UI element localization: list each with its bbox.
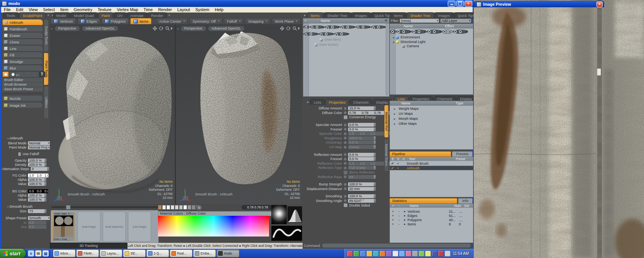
paint-tool-button[interactable]: Smudge (2, 58, 43, 64)
pipeline-tool-row[interactable]: ✔ • Smooth Brush (390, 161, 473, 166)
expander-icon[interactable]: ► (392, 35, 396, 40)
taskbar-clock[interactable]: 11:54 AM (451, 251, 472, 256)
menu-item[interactable]: View (26, 7, 41, 12)
expander-icon[interactable]: ► (393, 116, 396, 121)
blend-mode-dropdown[interactable]: Normal▾ (28, 141, 50, 145)
scene-item-row[interactable]: Texture: Image: head_bake_final_02d (5) (303, 32, 319, 36)
text-brush-button[interactable]: T (39, 71, 45, 77)
preview-scrollbar-thumb[interactable] (597, 68, 601, 76)
property-input[interactable]: 89.5247 °▾ (348, 199, 376, 203)
field-input[interactable]: 100.0 % (28, 194, 46, 197)
property-row[interactable]: Reflection Amount 0.0 %▾ 0.0 % (304, 152, 383, 157)
tab-overflow-arrow-icon[interactable]: ▶ (303, 12, 307, 18)
selection-mode-button[interactable]: Items (130, 18, 151, 25)
expander-icon[interactable]: ► (393, 121, 396, 126)
smooth-brush-section-header[interactable]: Smooth Brush (2, 204, 49, 208)
eye-icon[interactable] (397, 30, 401, 33)
panel-tab[interactable]: Images (435, 12, 453, 18)
panel-tab[interactable]: Lists (310, 99, 325, 105)
eye-icon[interactable] (341, 26, 345, 29)
brush-tip-preset-button[interactable] (31, 71, 38, 77)
color-swatch[interactable] (158, 205, 162, 210)
add-selection-button[interactable]: + (390, 214, 396, 218)
color-value-readout[interactable]: 0.78 0.78 0.78 (242, 205, 274, 210)
image-thumbnail[interactable]: (new image) (128, 212, 151, 241)
color-swatch[interactable] (175, 205, 179, 210)
menu-item[interactable]: Layout (174, 7, 192, 12)
tray-icon[interactable] (399, 251, 405, 256)
taskbar-window-button[interactable]: 3\E... (123, 250, 146, 257)
expander-icon[interactable]: ► (402, 210, 407, 213)
shader-layer-row[interactable]: ▼ Render (390, 30, 396, 34)
eye-icon[interactable] (304, 26, 308, 29)
panel-tab[interactable]: Display (373, 99, 391, 105)
eye-icon[interactable] (325, 26, 329, 29)
viewport-shading-button[interactable]: Advanced OpenGL (208, 26, 245, 31)
selection-mode-button[interactable]: Polygons (102, 18, 129, 25)
property-row[interactable]: Diffuse Amount 15.0 %▾ 15.0 % (304, 106, 383, 111)
eye-icon[interactable] (335, 33, 338, 36)
eye-icon[interactable] (391, 30, 394, 33)
vertex-map-row[interactable]: ► UV Maps (390, 111, 473, 116)
color-swatch[interactable] (171, 205, 174, 210)
property-input[interactable]: 0.0 %▾ (348, 157, 376, 161)
remove-selection-button[interactable]: - (396, 222, 402, 226)
statistics-tab[interactable]: Statistics (389, 198, 457, 204)
size-input[interactable]: 73 (28, 209, 46, 213)
filter-dropdown[interactable]: (none)▾ (400, 19, 439, 23)
brush-tip-preset-button[interactable] (17, 71, 23, 77)
property-row[interactable]: ▾ (304, 191, 383, 194)
remove-selection-button[interactable]: - (396, 218, 402, 222)
menu-item[interactable]: System (193, 7, 212, 12)
tray-icon[interactable] (393, 251, 398, 256)
quick-launch-icon[interactable]: ✉ (35, 250, 41, 256)
close-button[interactable]: × (465, 1, 472, 7)
palette-tab[interactable]: Tools (3, 12, 18, 18)
shape-preset-dropdown[interactable]: Smooth▾ (28, 216, 50, 220)
menu-item[interactable]: Item (58, 7, 71, 12)
fg-color-field[interactable]: 1.0 1.0 1.0 (28, 174, 49, 177)
panel-tab[interactable]: Images (352, 12, 370, 18)
image-thumbnail[interactable]: head_bake_fi ... 2048 x 2048, ... (52, 212, 75, 241)
vertex-map-row[interactable]: ► Morph Maps (390, 116, 473, 121)
viewport-type-button[interactable]: Perspective (54, 26, 80, 31)
tray-icon[interactable] (438, 251, 444, 256)
property-row[interactable]: Blurry Reflection▾ Blurry Reflection (304, 170, 383, 175)
paint-tool-button[interactable]: Fill (2, 52, 43, 58)
extra-tool-button[interactable]: Image Ink (2, 102, 43, 108)
eye-icon[interactable] (310, 26, 314, 29)
envelope-icon[interactable] (343, 136, 347, 140)
paint-tool-button[interactable]: Blur (2, 65, 43, 71)
scrollbar-thumb[interactable] (66, 205, 71, 210)
statistics-row[interactable]: + - ► Polygons 40... .... (390, 218, 473, 222)
property-input[interactable]: 100.0 %▾ (348, 194, 376, 198)
property-row[interactable]: Fresnel 0.0 %▾ 0.0 % (304, 157, 383, 161)
property-row[interactable]: Diffuse Color 0.78 0.78 0.78▾ 0.78 0.78 … (304, 111, 383, 115)
viewport-shading-button[interactable]: Advanced OpenGL (82, 26, 119, 31)
property-row[interactable]: ▾ (304, 179, 383, 182)
property-row[interactable]: Conserve Energy▾ Conserve Energy (304, 115, 383, 119)
visible-dot[interactable]: • (395, 162, 401, 165)
menu-item[interactable]: Vertex Map (114, 7, 141, 12)
add-selection-button[interactable]: + (390, 218, 396, 222)
tray-icon[interactable] (425, 251, 431, 256)
paint-tool-button[interactable]: Airbrush (2, 19, 43, 25)
taskbar-window-button[interactable]: Inbox... (53, 250, 76, 257)
viewport-type-button[interactable]: Perspective (181, 26, 206, 31)
property-row[interactable]: Fresnel 0.0 %▾ 0.0 % (304, 127, 383, 131)
color-swatch[interactable] (183, 205, 187, 210)
tray-icon[interactable] (347, 251, 353, 256)
taskbar-window-button[interactable]: Real... (170, 250, 192, 257)
color-swatch[interactable] (179, 205, 183, 210)
statistics-row[interactable]: + - ► Edges 61... .... (390, 213, 473, 218)
shader-layer-row[interactable]: ► (defaultMat) (442, 30, 453, 34)
property-input[interactable]: 100.0 %▾ (348, 182, 376, 186)
envelope-icon[interactable] (343, 123, 347, 127)
soft-brush-tip-button[interactable] (2, 71, 9, 77)
tool-category-tab[interactable]: Paint Tools (44, 53, 49, 85)
expander-icon[interactable]: ► (449, 30, 451, 33)
scene-item-row[interactable]: Texture: (mixed) (340, 25, 355, 29)
field-input[interactable]: 100.0 % (28, 182, 46, 186)
selection-mode-button[interactable]: Vertices (51, 18, 76, 25)
scene-item-row[interactable]: Directional Light (334, 32, 349, 36)
